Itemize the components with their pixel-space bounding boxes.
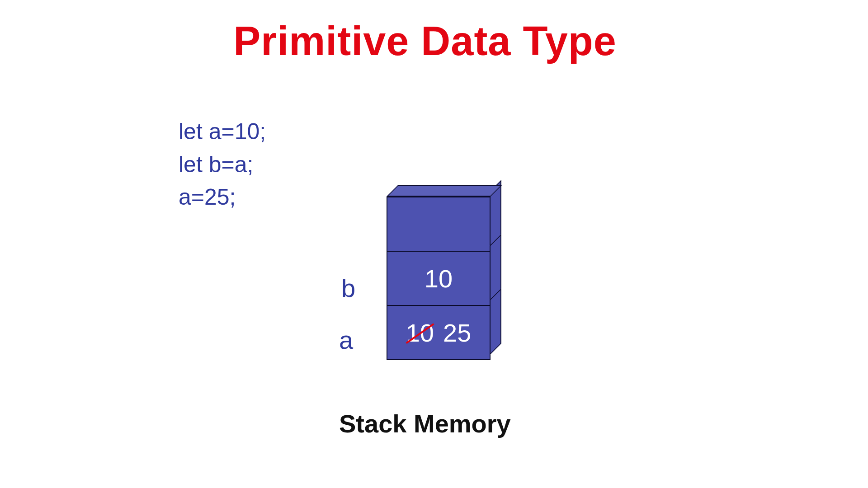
stack-cell-b: 10 xyxy=(387,251,491,306)
stack-value-b: 10 xyxy=(425,264,453,293)
code-line-3: a=25; xyxy=(179,181,266,214)
stack-diagram: 10 10 25 xyxy=(387,197,491,360)
code-line-1: let a=10; xyxy=(179,115,266,148)
code-line-2: let b=a; xyxy=(179,148,266,181)
stack-cell-a: 10 25 xyxy=(387,305,491,360)
code-block: let a=10; let b=a; a=25; xyxy=(179,115,266,214)
stack-cell-side xyxy=(490,288,501,355)
stack-label-a: a xyxy=(339,325,353,355)
stack-value-a-new: 25 xyxy=(443,318,471,347)
stack-label-b: b xyxy=(341,273,355,303)
stack-caption: Stack Memory xyxy=(339,409,511,438)
stack-value-a-old: 10 xyxy=(406,318,434,347)
stack-top-face xyxy=(387,185,502,197)
stack-cell-empty xyxy=(387,197,491,252)
page-title: Primitive Data Type xyxy=(0,18,850,65)
